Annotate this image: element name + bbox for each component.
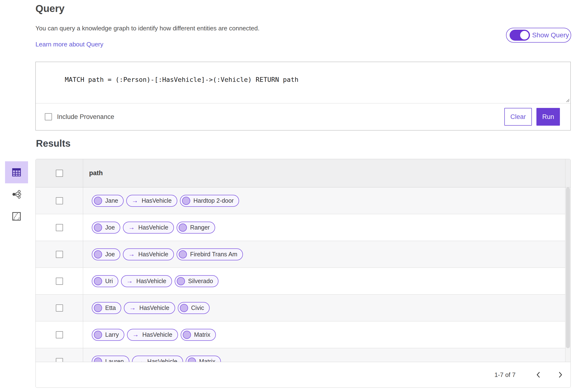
source-entity-pill[interactable]: Uri — [92, 275, 118, 287]
row-checkbox[interactable] — [56, 251, 63, 258]
chevron-right-icon — [557, 371, 563, 378]
arrow-right-icon: → — [137, 358, 144, 362]
link-chart-view-icon — [12, 190, 21, 199]
entity-node-icon — [94, 304, 102, 312]
table-row: Larry → HasVehicle Matrix — [36, 321, 565, 348]
entity-node-icon — [94, 277, 102, 285]
source-entity-pill[interactable]: Lauren — [92, 356, 129, 362]
include-provenance-option[interactable]: Include Provenance — [45, 113, 114, 121]
source-entity-pill[interactable]: Joe — [92, 222, 120, 234]
show-query-toggle[interactable]: Show Query — [506, 28, 571, 43]
entity-node-icon — [188, 358, 196, 362]
entity-node-icon — [94, 223, 102, 232]
row-select-cell — [36, 268, 83, 294]
next-page-button[interactable] — [556, 370, 565, 380]
path-cell: Joe → HasVehicle Ranger — [83, 214, 565, 241]
show-query-label: Show Query — [532, 31, 569, 39]
target-entity-pill[interactable]: Matrix — [186, 356, 221, 362]
query-input[interactable]: MATCH path = (:Person)-[:HasVehicle]->(:… — [36, 62, 571, 103]
resize-grip-icon[interactable] — [564, 97, 570, 102]
target-entity-pill[interactable]: Firebird Trans Am — [177, 248, 243, 260]
chevron-left-icon — [535, 371, 541, 378]
query-actions-bar: Include Provenance Clear Run — [36, 103, 571, 130]
entity-node-icon — [94, 331, 102, 339]
row-checkbox[interactable] — [56, 305, 63, 312]
arrow-right-icon: → — [126, 278, 133, 284]
path-cell: Larry → HasVehicle Matrix — [83, 321, 565, 348]
clear-button[interactable]: Clear — [504, 108, 532, 126]
relationship-pill[interactable]: → HasVehicle — [123, 248, 174, 260]
table-row: Jane → HasVehicle Hardtop 2-door — [36, 187, 565, 214]
path-cell: Uri → HasVehicle Silverado — [83, 268, 565, 294]
table-row: Etta → HasVehicle Civic — [36, 295, 565, 321]
previous-page-button[interactable] — [533, 370, 543, 380]
source-entity-pill[interactable]: Etta — [92, 302, 121, 314]
relationship-pill[interactable]: → HasVehicle — [121, 275, 172, 287]
relationship-pill[interactable]: → HasVehicle — [127, 329, 178, 341]
relationship-pill[interactable]: → HasVehicle — [126, 195, 177, 207]
row-select-cell — [36, 214, 83, 241]
target-entity-pill[interactable]: Silverado — [175, 275, 218, 287]
learn-more-link[interactable]: Learn more about Query — [35, 41, 103, 48]
row-checkbox[interactable] — [56, 197, 63, 204]
arrow-right-icon: → — [129, 305, 136, 311]
relationship-pill[interactable]: → HasVehicle — [124, 302, 175, 314]
source-entity-pill[interactable]: Jane — [92, 195, 124, 207]
row-checkbox[interactable] — [56, 278, 63, 285]
entity-node-icon — [182, 197, 190, 205]
target-entity-pill[interactable]: Hardtop 2-door — [180, 195, 239, 207]
query-page: Query You can query a knowledge graph to… — [0, 0, 575, 392]
table-body: Jane → HasVehicle Hardtop 2-door Joe → H… — [36, 187, 565, 362]
scroll-column-header — [565, 159, 571, 187]
row-checkbox[interactable] — [56, 331, 63, 338]
run-button[interactable]: Run — [536, 108, 560, 126]
map-view-icon — [12, 212, 21, 221]
pagination-range: 1-7 of 7 — [495, 371, 516, 379]
results-table: path Jane → HasVehicle Hardtop 2-door — [35, 159, 571, 388]
table-view-icon — [12, 168, 21, 176]
table-header-row: path — [36, 159, 571, 187]
results-view-toolbar — [5, 161, 28, 227]
query-description: You can query a knowledge graph to ident… — [35, 25, 260, 32]
row-checkbox[interactable] — [56, 224, 63, 231]
link-chart-view-button[interactable] — [5, 183, 28, 205]
entity-node-icon — [183, 331, 191, 339]
table-row: Joe → HasVehicle Ranger — [36, 214, 565, 241]
row-checkbox[interactable] — [56, 358, 63, 362]
pagination-bar: 1-7 of 7 — [36, 362, 571, 388]
entity-node-icon — [179, 250, 187, 259]
row-select-cell — [36, 295, 83, 321]
include-provenance-checkbox[interactable] — [45, 113, 52, 120]
target-entity-pill[interactable]: Ranger — [177, 222, 215, 234]
entity-node-icon — [94, 250, 102, 259]
entity-node-icon — [180, 304, 188, 312]
table-row: Lauren → HasVehicle Matrix — [36, 348, 565, 362]
relationship-pill[interactable]: → HasVehicle — [123, 222, 174, 234]
arrow-right-icon: → — [128, 251, 135, 258]
entity-node-icon — [94, 358, 102, 362]
source-entity-pill[interactable]: Larry — [92, 329, 124, 341]
query-editor-panel: MATCH path = (:Person)-[:HasVehicle]->(:… — [35, 62, 571, 131]
table-row: Uri → HasVehicle Silverado — [36, 268, 565, 295]
page-title: Query — [35, 3, 64, 14]
target-entity-pill[interactable]: Civic — [178, 302, 210, 314]
table-row: Joe → HasVehicle Firebird Trans Am — [36, 241, 565, 268]
select-all-checkbox[interactable] — [56, 170, 63, 177]
arrow-right-icon: → — [132, 197, 138, 204]
relationship-pill[interactable]: → HasVehicle — [132, 356, 183, 362]
results-title: Results — [36, 138, 71, 149]
path-cell: Etta → HasVehicle Civic — [83, 295, 565, 321]
toggle-switch-icon[interactable] — [510, 30, 530, 41]
table-view-button[interactable] — [5, 161, 28, 183]
row-select-cell — [36, 348, 83, 362]
path-cell: Lauren → HasVehicle Matrix — [83, 348, 565, 362]
toggle-knob — [520, 31, 529, 40]
scrollbar-thumb[interactable] — [566, 187, 570, 348]
map-view-button[interactable] — [5, 205, 28, 227]
target-entity-pill[interactable]: Matrix — [181, 329, 216, 341]
vertical-scrollbar[interactable] — [565, 187, 571, 362]
entity-node-icon — [94, 197, 102, 205]
entity-node-icon — [177, 277, 185, 285]
row-select-cell — [36, 321, 83, 348]
source-entity-pill[interactable]: Joe — [92, 248, 120, 260]
